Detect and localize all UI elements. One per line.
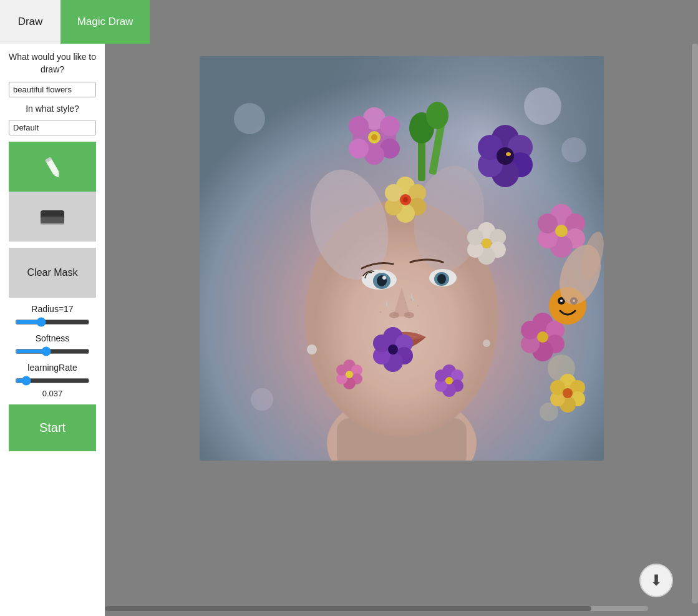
clear-mask-label: Clear Mask	[27, 267, 78, 278]
tool-buttons	[9, 142, 96, 242]
svg-rect-120	[200, 56, 604, 461]
learning-rate-value: 0.037	[42, 389, 63, 398]
image-container[interactable]	[200, 56, 604, 461]
sidebar: What would you like to draw? In what sty…	[0, 44, 105, 616]
scrollbar-thumb	[105, 606, 591, 611]
tab-draw[interactable]: Draw	[0, 0, 61, 44]
prompt-label: What would you like to draw?	[6, 51, 99, 76]
draw-tool-button[interactable]	[9, 142, 96, 192]
vertical-scrollbar[interactable]	[692, 44, 698, 604]
tab-draw-label: Draw	[18, 16, 43, 28]
clear-mask-button[interactable]: Clear Mask	[9, 248, 96, 298]
download-button[interactable]: ⬇	[639, 564, 673, 597]
learning-rate-section: learningRate 0.037	[9, 363, 96, 398]
learning-rate-slider[interactable]	[15, 376, 90, 386]
softness-slider[interactable]	[15, 346, 90, 356]
main-canvas-area	[105, 44, 698, 616]
radius-label: Radius=17	[31, 304, 73, 314]
tabs-container: Draw Magic Draw	[0, 0, 150, 44]
softness-section: Softness	[9, 333, 96, 356]
prompt-input[interactable]	[9, 82, 96, 97]
softness-label: Softness	[36, 333, 69, 343]
radius-section: Radius=17	[9, 304, 96, 327]
horizontal-scrollbar[interactable]	[105, 606, 648, 611]
portrait-image	[200, 56, 604, 461]
tab-magic-draw-label: Magic Draw	[77, 16, 133, 28]
pencil-icon	[40, 154, 65, 179]
style-input[interactable]	[9, 120, 96, 135]
tab-magic-draw[interactable]: Magic Draw	[61, 0, 150, 44]
download-icon: ⬇	[650, 572, 662, 589]
eraser-icon	[39, 205, 65, 228]
svg-rect-4	[41, 217, 64, 224]
style-label: In what style?	[6, 104, 99, 114]
start-label: Start	[39, 421, 65, 435]
radius-slider[interactable]	[15, 317, 90, 327]
start-button[interactable]: Start	[9, 404, 96, 451]
erase-tool-button[interactable]	[9, 192, 96, 242]
learning-rate-label: learningRate	[27, 363, 77, 373]
